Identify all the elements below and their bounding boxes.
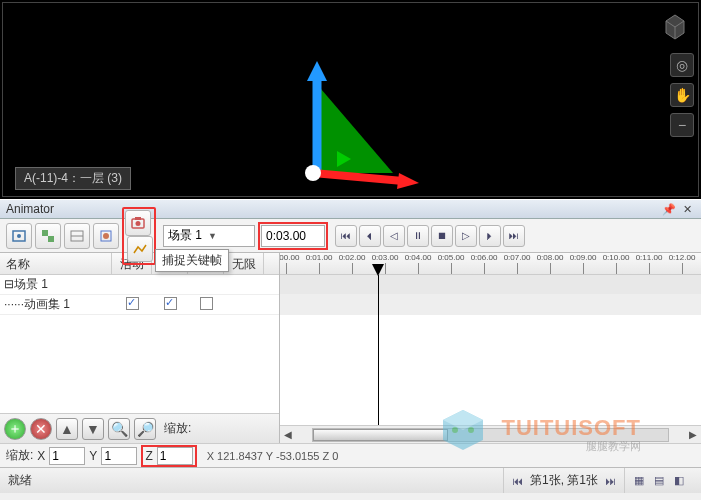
axis-gizmo[interactable] bbox=[273, 51, 433, 191]
viewcube[interactable] bbox=[660, 11, 690, 41]
scroll-left-icon[interactable]: ◀ bbox=[280, 427, 296, 443]
ruler-tick-label: 0:01.00 bbox=[306, 253, 333, 262]
tree-row-scene[interactable]: ⊟场景 1 bbox=[0, 275, 279, 295]
viewport-inner[interactable]: ◎ ✋ − A(-11)-4：一层 (3) bbox=[2, 2, 699, 197]
scale-x-input[interactable] bbox=[49, 447, 85, 465]
scene-dropdown-value: 场景 1 bbox=[168, 227, 202, 244]
ruler-tick bbox=[517, 263, 518, 275]
svg-rect-13 bbox=[42, 230, 48, 236]
tree-header-infinite[interactable]: 无限 bbox=[224, 253, 264, 274]
scale-z-label: Z bbox=[145, 449, 152, 463]
toolbar-btn-1[interactable] bbox=[6, 223, 32, 249]
scroll-right-icon[interactable]: ▶ bbox=[685, 427, 701, 443]
play-back-button[interactable]: ◁ bbox=[383, 225, 405, 247]
pause-button[interactable]: ⏸ bbox=[407, 225, 429, 247]
capture-keyframe-button[interactable] bbox=[125, 210, 151, 236]
tree-row-name: ⊟场景 1 bbox=[0, 276, 112, 293]
viewport-label: A(-11)-4：一层 (3) bbox=[15, 167, 131, 190]
checkbox-pp[interactable] bbox=[200, 297, 213, 310]
viewport-3d[interactable]: ◎ ✋ − A(-11)-4：一层 (3) bbox=[0, 0, 701, 199]
tree-row-animset[interactable]: ······动画集 1 bbox=[0, 295, 279, 315]
svg-marker-7 bbox=[307, 61, 327, 81]
page-next-icon[interactable]: ⏭ bbox=[602, 473, 618, 489]
zoom-label: 缩放: bbox=[164, 420, 191, 437]
capture-keyframe-tooltip: 捕捉关键帧 bbox=[155, 249, 229, 272]
goto-start-button[interactable]: ⏮ bbox=[335, 225, 357, 247]
time-value: 0:03.00 bbox=[266, 229, 306, 243]
ruler-tick bbox=[649, 263, 650, 275]
ruler-tick-label: 0:04.00 bbox=[405, 253, 432, 262]
zoom-in-button[interactable]: 🔍 bbox=[108, 418, 130, 440]
ruler-tick-label: 0:05.00 bbox=[438, 253, 465, 262]
svg-point-20 bbox=[136, 221, 141, 226]
add-button[interactable]: ＋ bbox=[4, 418, 26, 440]
step-fwd-button[interactable]: ⏵ bbox=[479, 225, 501, 247]
time-input[interactable]: 0:03.00 bbox=[261, 225, 325, 247]
panel-pin-icon[interactable]: 📌 bbox=[661, 202, 677, 216]
svg-marker-9 bbox=[397, 173, 419, 189]
playhead[interactable] bbox=[378, 275, 379, 425]
page-prev-icon[interactable]: ⏮ bbox=[510, 473, 526, 489]
layout-icon-2[interactable]: ▤ bbox=[651, 473, 667, 489]
toolbar-btn-3[interactable] bbox=[64, 223, 90, 249]
track-row[interactable] bbox=[280, 275, 701, 295]
delete-button[interactable]: ✕ bbox=[30, 418, 52, 440]
scale-y-input[interactable] bbox=[101, 447, 137, 465]
layout-icon-1[interactable]: ▦ bbox=[631, 473, 647, 489]
toolbar-btn-6[interactable] bbox=[127, 236, 153, 262]
ruler-tick-label: 0:08.00 bbox=[537, 253, 564, 262]
ruler-tick bbox=[286, 263, 287, 275]
status-bar: 就绪 ⏮ 第1张, 第1张 ⏭ ▦ ▤ ◧ bbox=[0, 467, 701, 493]
animator-tree-pane: 名称 活动 循 P.P. 无限 ⊟场景 1 ······动画集 1 bbox=[0, 253, 280, 443]
zoom-tool-icon[interactable]: − bbox=[670, 113, 694, 137]
status-page: ⏮ 第1张, 第1张 ⏭ bbox=[503, 468, 624, 493]
ruler-tick bbox=[385, 263, 386, 275]
toolbar-btn-4[interactable] bbox=[93, 223, 119, 249]
ruler-tick-label: 0:11.00 bbox=[636, 253, 663, 262]
ruler-tick bbox=[550, 263, 551, 275]
scale-z-input[interactable] bbox=[157, 447, 193, 465]
svg-rect-14 bbox=[48, 236, 54, 242]
ruler-tick bbox=[484, 263, 485, 275]
checkbox-loop[interactable] bbox=[164, 297, 177, 310]
step-back-button[interactable]: ⏴ bbox=[359, 225, 381, 247]
svg-rect-21 bbox=[135, 217, 141, 220]
timeline-ruler[interactable]: 0:00.000:01.000:02.000:03.000:04.000:05.… bbox=[280, 253, 701, 275]
tree-header-name[interactable]: 名称 bbox=[0, 253, 112, 274]
goto-end-button[interactable]: ⏭ bbox=[503, 225, 525, 247]
layout-icon-3[interactable]: ◧ bbox=[671, 473, 687, 489]
tree-body[interactable]: ⊟场景 1 ······动画集 1 bbox=[0, 275, 279, 413]
panel-close-icon[interactable]: ✕ bbox=[679, 202, 695, 216]
move-up-button[interactable]: ▲ bbox=[56, 418, 78, 440]
ruler-tick-label: 0:12.00 bbox=[669, 253, 696, 262]
zoom-out-button[interactable]: 🔎 bbox=[134, 418, 156, 440]
toolbar-btn-2[interactable] bbox=[35, 223, 61, 249]
playback-controls: ⏮ ⏴ ◁ ⏸ ⏹ ▷ ⏵ ⏭ bbox=[335, 225, 525, 247]
orbit-tool-icon[interactable]: ◎ bbox=[670, 53, 694, 77]
scale-row: 缩放: X Y Z X 121.8437 Y -53.0155 Z 0 bbox=[0, 443, 701, 467]
status-ready: 就绪 bbox=[8, 472, 32, 489]
timeline-tracks[interactable] bbox=[280, 275, 701, 425]
stop-button[interactable]: ⏹ bbox=[431, 225, 453, 247]
pan-tool-icon[interactable]: ✋ bbox=[670, 83, 694, 107]
scale-x-label: X bbox=[37, 449, 45, 463]
viewport-side-tools: ◎ ✋ − bbox=[670, 53, 694, 137]
svg-marker-22 bbox=[372, 264, 384, 276]
svg-marker-4 bbox=[313, 89, 393, 173]
ruler-tick bbox=[451, 263, 452, 275]
ruler-tick bbox=[319, 263, 320, 275]
checkbox-active[interactable] bbox=[126, 297, 139, 310]
scrollbar-track[interactable] bbox=[312, 428, 669, 442]
animator-toolbar: 场景 1 ▼ 0:03.00 ⏮ ⏴ ◁ ⏸ ⏹ ▷ ⏵ ⏭ 捕捉关键帧 bbox=[0, 219, 701, 253]
scene-dropdown[interactable]: 场景 1 ▼ bbox=[163, 225, 255, 247]
ruler-tick-label: 0:10.00 bbox=[603, 253, 630, 262]
play-button[interactable]: ▷ bbox=[455, 225, 477, 247]
ruler-tick bbox=[682, 263, 683, 275]
timeline-hscrollbar[interactable]: ◀ ▶ bbox=[280, 425, 701, 443]
scrollbar-thumb[interactable] bbox=[313, 429, 448, 441]
ruler-tick bbox=[583, 263, 584, 275]
ruler-tick-label: 0:09.00 bbox=[570, 253, 597, 262]
time-highlight: 0:03.00 bbox=[258, 222, 328, 250]
track-row[interactable] bbox=[280, 295, 701, 315]
move-down-button[interactable]: ▼ bbox=[82, 418, 104, 440]
